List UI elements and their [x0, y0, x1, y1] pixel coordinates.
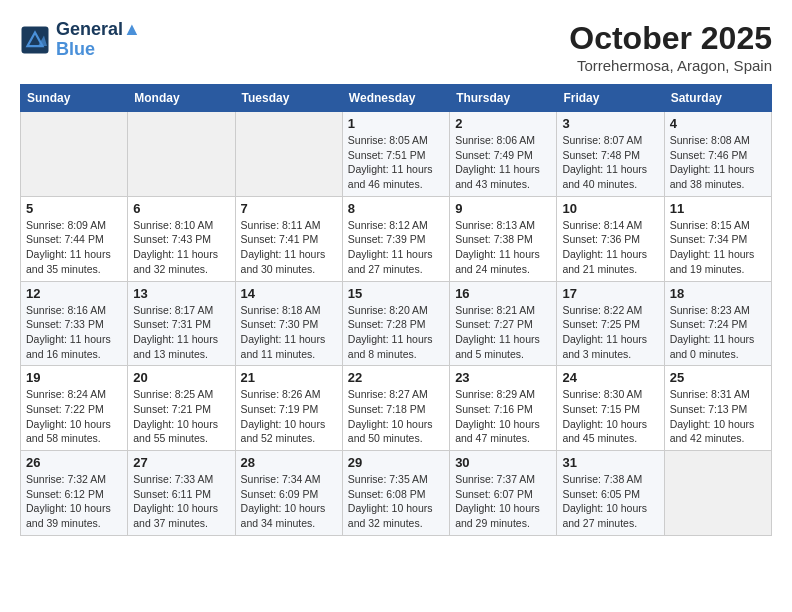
calendar-cell: [128, 112, 235, 197]
logo-icon: [20, 25, 50, 55]
day-number: 21: [241, 370, 337, 385]
day-info: Sunrise: 8:20 AMSunset: 7:28 PMDaylight:…: [348, 303, 444, 362]
day-info: Sunrise: 8:29 AMSunset: 7:16 PMDaylight:…: [455, 387, 551, 446]
day-info: Sunrise: 7:35 AMSunset: 6:08 PMDaylight:…: [348, 472, 444, 531]
day-number: 12: [26, 286, 122, 301]
day-info: Sunrise: 7:37 AMSunset: 6:07 PMDaylight:…: [455, 472, 551, 531]
calendar-table: SundayMondayTuesdayWednesdayThursdayFrid…: [20, 84, 772, 536]
calendar-cell: 18Sunrise: 8:23 AMSunset: 7:24 PMDayligh…: [664, 281, 771, 366]
calendar-cell: 22Sunrise: 8:27 AMSunset: 7:18 PMDayligh…: [342, 366, 449, 451]
title-block: October 2025 Torrehermosa, Aragon, Spain: [569, 20, 772, 74]
calendar-week-2: 5Sunrise: 8:09 AMSunset: 7:44 PMDaylight…: [21, 196, 772, 281]
calendar-cell: 4Sunrise: 8:08 AMSunset: 7:46 PMDaylight…: [664, 112, 771, 197]
calendar-cell: 30Sunrise: 7:37 AMSunset: 6:07 PMDayligh…: [450, 451, 557, 536]
day-number: 5: [26, 201, 122, 216]
calendar-cell: 5Sunrise: 8:09 AMSunset: 7:44 PMDaylight…: [21, 196, 128, 281]
calendar-week-1: 1Sunrise: 8:05 AMSunset: 7:51 PMDaylight…: [21, 112, 772, 197]
calendar-cell: 13Sunrise: 8:17 AMSunset: 7:31 PMDayligh…: [128, 281, 235, 366]
calendar-cell: 19Sunrise: 8:24 AMSunset: 7:22 PMDayligh…: [21, 366, 128, 451]
day-info: Sunrise: 8:10 AMSunset: 7:43 PMDaylight:…: [133, 218, 229, 277]
day-number: 29: [348, 455, 444, 470]
calendar-cell: 24Sunrise: 8:30 AMSunset: 7:15 PMDayligh…: [557, 366, 664, 451]
day-info: Sunrise: 8:21 AMSunset: 7:27 PMDaylight:…: [455, 303, 551, 362]
calendar-cell: 25Sunrise: 8:31 AMSunset: 7:13 PMDayligh…: [664, 366, 771, 451]
weekday-header-row: SundayMondayTuesdayWednesdayThursdayFrid…: [21, 85, 772, 112]
day-info: Sunrise: 7:34 AMSunset: 6:09 PMDaylight:…: [241, 472, 337, 531]
day-number: 2: [455, 116, 551, 131]
calendar-cell: 2Sunrise: 8:06 AMSunset: 7:49 PMDaylight…: [450, 112, 557, 197]
day-number: 1: [348, 116, 444, 131]
day-info: Sunrise: 8:24 AMSunset: 7:22 PMDaylight:…: [26, 387, 122, 446]
month-title: October 2025: [569, 20, 772, 57]
weekday-header-tuesday: Tuesday: [235, 85, 342, 112]
location-subtitle: Torrehermosa, Aragon, Spain: [569, 57, 772, 74]
day-info: Sunrise: 8:11 AMSunset: 7:41 PMDaylight:…: [241, 218, 337, 277]
calendar-cell: 23Sunrise: 8:29 AMSunset: 7:16 PMDayligh…: [450, 366, 557, 451]
calendar-cell: 17Sunrise: 8:22 AMSunset: 7:25 PMDayligh…: [557, 281, 664, 366]
day-number: 3: [562, 116, 658, 131]
day-number: 10: [562, 201, 658, 216]
day-number: 17: [562, 286, 658, 301]
day-info: Sunrise: 8:13 AMSunset: 7:38 PMDaylight:…: [455, 218, 551, 277]
day-info: Sunrise: 8:08 AMSunset: 7:46 PMDaylight:…: [670, 133, 766, 192]
day-number: 11: [670, 201, 766, 216]
day-info: Sunrise: 8:17 AMSunset: 7:31 PMDaylight:…: [133, 303, 229, 362]
calendar-cell: [235, 112, 342, 197]
calendar-cell: 12Sunrise: 8:16 AMSunset: 7:33 PMDayligh…: [21, 281, 128, 366]
calendar-cell: 9Sunrise: 8:13 AMSunset: 7:38 PMDaylight…: [450, 196, 557, 281]
calendar-cell: [664, 451, 771, 536]
day-number: 22: [348, 370, 444, 385]
day-info: Sunrise: 8:25 AMSunset: 7:21 PMDaylight:…: [133, 387, 229, 446]
calendar-cell: 16Sunrise: 8:21 AMSunset: 7:27 PMDayligh…: [450, 281, 557, 366]
day-info: Sunrise: 8:26 AMSunset: 7:19 PMDaylight:…: [241, 387, 337, 446]
calendar-cell: 29Sunrise: 7:35 AMSunset: 6:08 PMDayligh…: [342, 451, 449, 536]
day-info: Sunrise: 7:38 AMSunset: 6:05 PMDaylight:…: [562, 472, 658, 531]
day-info: Sunrise: 8:07 AMSunset: 7:48 PMDaylight:…: [562, 133, 658, 192]
day-info: Sunrise: 7:32 AMSunset: 6:12 PMDaylight:…: [26, 472, 122, 531]
day-info: Sunrise: 8:14 AMSunset: 7:36 PMDaylight:…: [562, 218, 658, 277]
weekday-header-wednesday: Wednesday: [342, 85, 449, 112]
weekday-header-monday: Monday: [128, 85, 235, 112]
day-info: Sunrise: 8:30 AMSunset: 7:15 PMDaylight:…: [562, 387, 658, 446]
day-number: 8: [348, 201, 444, 216]
day-info: Sunrise: 8:23 AMSunset: 7:24 PMDaylight:…: [670, 303, 766, 362]
calendar-cell: 7Sunrise: 8:11 AMSunset: 7:41 PMDaylight…: [235, 196, 342, 281]
calendar-cell: 28Sunrise: 7:34 AMSunset: 6:09 PMDayligh…: [235, 451, 342, 536]
calendar-week-5: 26Sunrise: 7:32 AMSunset: 6:12 PMDayligh…: [21, 451, 772, 536]
day-number: 25: [670, 370, 766, 385]
day-number: 16: [455, 286, 551, 301]
day-number: 26: [26, 455, 122, 470]
calendar-cell: 26Sunrise: 7:32 AMSunset: 6:12 PMDayligh…: [21, 451, 128, 536]
day-number: 28: [241, 455, 337, 470]
calendar-cell: 8Sunrise: 8:12 AMSunset: 7:39 PMDaylight…: [342, 196, 449, 281]
day-number: 24: [562, 370, 658, 385]
day-info: Sunrise: 8:18 AMSunset: 7:30 PMDaylight:…: [241, 303, 337, 362]
calendar-cell: 11Sunrise: 8:15 AMSunset: 7:34 PMDayligh…: [664, 196, 771, 281]
day-number: 27: [133, 455, 229, 470]
day-info: Sunrise: 8:06 AMSunset: 7:49 PMDaylight:…: [455, 133, 551, 192]
day-number: 23: [455, 370, 551, 385]
day-info: Sunrise: 8:09 AMSunset: 7:44 PMDaylight:…: [26, 218, 122, 277]
day-info: Sunrise: 8:22 AMSunset: 7:25 PMDaylight:…: [562, 303, 658, 362]
calendar-cell: 10Sunrise: 8:14 AMSunset: 7:36 PMDayligh…: [557, 196, 664, 281]
calendar-cell: 20Sunrise: 8:25 AMSunset: 7:21 PMDayligh…: [128, 366, 235, 451]
calendar-cell: 27Sunrise: 7:33 AMSunset: 6:11 PMDayligh…: [128, 451, 235, 536]
calendar-cell: 21Sunrise: 8:26 AMSunset: 7:19 PMDayligh…: [235, 366, 342, 451]
calendar-cell: 3Sunrise: 8:07 AMSunset: 7:48 PMDaylight…: [557, 112, 664, 197]
weekday-header-friday: Friday: [557, 85, 664, 112]
day-info: Sunrise: 7:33 AMSunset: 6:11 PMDaylight:…: [133, 472, 229, 531]
day-info: Sunrise: 8:31 AMSunset: 7:13 PMDaylight:…: [670, 387, 766, 446]
calendar-cell: 31Sunrise: 7:38 AMSunset: 6:05 PMDayligh…: [557, 451, 664, 536]
calendar-cell: 6Sunrise: 8:10 AMSunset: 7:43 PMDaylight…: [128, 196, 235, 281]
day-number: 18: [670, 286, 766, 301]
logo: General▲ Blue: [20, 20, 141, 60]
page-header: General▲ Blue October 2025 Torrehermosa,…: [20, 20, 772, 74]
day-info: Sunrise: 8:15 AMSunset: 7:34 PMDaylight:…: [670, 218, 766, 277]
weekday-header-thursday: Thursday: [450, 85, 557, 112]
day-number: 13: [133, 286, 229, 301]
calendar-cell: [21, 112, 128, 197]
day-info: Sunrise: 8:16 AMSunset: 7:33 PMDaylight:…: [26, 303, 122, 362]
weekday-header-saturday: Saturday: [664, 85, 771, 112]
day-info: Sunrise: 8:05 AMSunset: 7:51 PMDaylight:…: [348, 133, 444, 192]
day-number: 15: [348, 286, 444, 301]
